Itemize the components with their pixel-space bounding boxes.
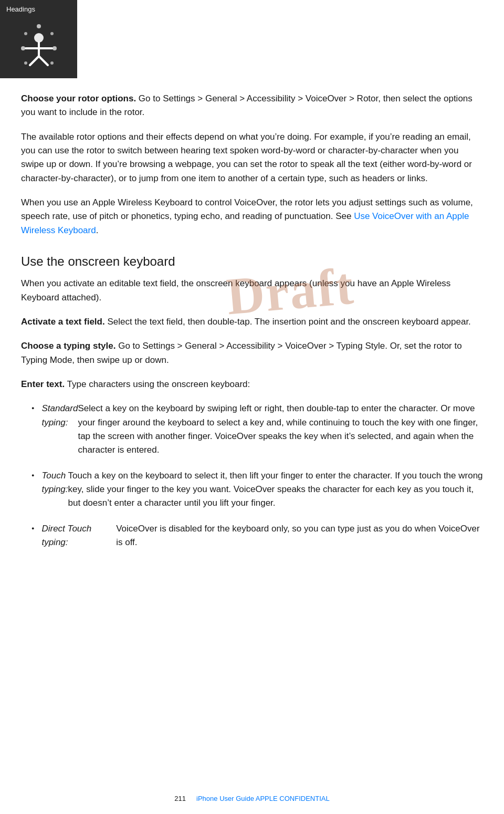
activate-text-field-text: Select the text field, then double-tap. … [105, 317, 471, 327]
typing-bullets: Standard typing: Select a key on the key… [32, 402, 483, 549]
para-enter-text: Enter text. Type characters using the on… [21, 378, 483, 391]
bullet-italic-2: Direct Touch typing: [41, 522, 116, 550]
para-wireless-suffix: . [96, 225, 99, 235]
para-available-options: The available rotor options and their ef… [21, 130, 483, 185]
headings-label: Headings [6, 4, 35, 15]
para-activate-text-field: Activate a text field. Select the text f… [21, 315, 483, 329]
svg-point-6 [52, 46, 57, 50]
rotor-icon [6, 18, 71, 75]
enter-text-text: Type characters using the onscreen keybo… [65, 379, 250, 389]
section-heading-keyboard: Use the onscreen keyboard [21, 253, 483, 269]
bullet-item-0: Standard typing: Select a key on the key… [32, 402, 483, 457]
para-choose-rotor: Choose your rotor options. Go to Setting… [21, 92, 483, 120]
bullet-italic-1: Touch typing: [41, 469, 68, 497]
svg-point-5 [21, 46, 25, 50]
header-thumbnail: Headings [0, 0, 77, 78]
svg-point-10 [24, 61, 27, 65]
footer-doc-title: iPhone User Guide APPLE CONFIDENTIAL [196, 794, 330, 804]
main-content: Choose your rotor options. Go to Setting… [0, 87, 504, 592]
para-choose-typing-style: Choose a typing style. Go to Settings > … [21, 339, 483, 367]
svg-line-3 [30, 56, 39, 65]
bullet-item-2: Direct Touch typing: VoiceOver is disabl… [32, 522, 483, 550]
svg-point-11 [50, 61, 54, 65]
svg-point-8 [24, 32, 27, 35]
activate-text-field-bold: Activate a text field. [21, 317, 105, 327]
choose-typing-style-bold: Choose a typing style. [21, 341, 116, 351]
para-wireless-keyboard: When you use an Apple Wireless Keyboard … [21, 196, 483, 237]
footer: 211 iPhone User Guide APPLE CONFIDENTIAL [0, 794, 504, 804]
bullet-item-1: Touch typing: Touch a key on the keyboar… [32, 469, 483, 510]
svg-point-9 [50, 32, 54, 35]
svg-line-4 [39, 56, 48, 65]
enter-text-bold: Enter text. [21, 379, 65, 389]
para-activate-keyboard: When you activate an editable text field… [21, 277, 483, 305]
para-choose-rotor-bold: Choose your rotor options. [21, 93, 136, 103]
bullet-italic-0: Standard typing: [41, 402, 78, 430]
svg-point-7 [37, 24, 41, 28]
svg-point-0 [34, 33, 44, 43]
footer-page-number: 211 [174, 794, 186, 804]
